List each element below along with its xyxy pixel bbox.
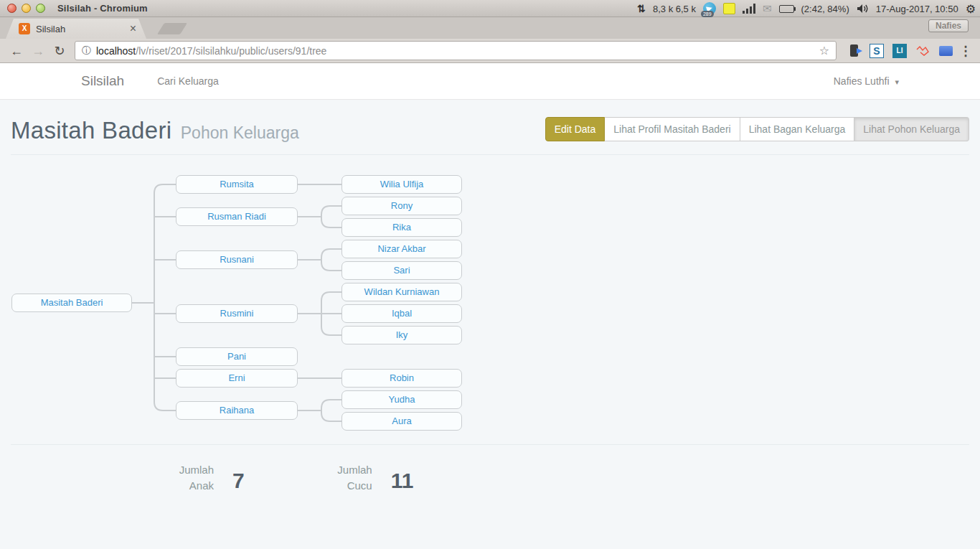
gear-icon[interactable]: ⚙ <box>966 2 976 16</box>
site-info-icon[interactable]: ⓘ <box>82 44 91 57</box>
lihat-bagan-button[interactable]: Lihat Bagan Keluarga <box>740 117 855 141</box>
lihat-profil-button[interactable]: Lihat Profil Masitah Baderi <box>605 117 740 141</box>
action-button-group: Edit Data Lihat Profil Masitah Baderi Li… <box>545 117 969 141</box>
username-tooltip: Nafies <box>928 19 969 32</box>
tree-node-child[interactable]: Erni <box>176 369 298 388</box>
browser-tabstrip: X Silsilah × Nafies <box>0 17 980 39</box>
messenger-indicator-icon[interactable]: 289 <box>703 2 716 15</box>
new-tab-button[interactable] <box>157 23 187 34</box>
tree-node-grandchild[interactable]: Iqbal <box>341 304 462 323</box>
clock-text[interactable]: 17-Aug-2017, 10:50 <box>876 4 958 14</box>
page-content: Masitah Baderi Pohon Keluarga Edit Data … <box>0 100 980 537</box>
navbar-brand[interactable]: Silsilah <box>81 73 124 89</box>
extension-mobile-view-icon[interactable] <box>846 43 862 59</box>
stat-label: Jumlah Cucu <box>324 462 372 494</box>
window-minimize-button[interactable] <box>22 4 31 13</box>
stat-label: Jumlah Anak <box>165 462 214 494</box>
reload-button[interactable]: ↻ <box>50 42 69 60</box>
navbar-link-cari-keluarga[interactable]: Cari Keluarga <box>157 75 219 87</box>
tree-node-child[interactable]: Pani <box>176 347 298 366</box>
summary-stats: Jumlah Anak 7 Jumlah Cucu 11 <box>11 462 969 537</box>
tab-title: Silsilah <box>36 24 130 34</box>
tab-close-icon[interactable]: × <box>130 23 136 34</box>
extension-s-icon[interactable]: S <box>869 43 885 59</box>
tree-node-grandchild[interactable]: Robin <box>341 369 462 388</box>
user-dropdown[interactable]: Nafies Luthfi ▾ <box>834 75 899 87</box>
lihat-pohon-button[interactable]: Lihat Pohon Keluarga <box>854 117 969 141</box>
tree-node-child[interactable]: Rusman Riadi <box>176 207 298 226</box>
stat-value: 7 <box>232 469 245 494</box>
address-bar[interactable]: ⓘ localhost/lv/riset/2017/silsilahku/pub… <box>75 41 837 60</box>
system-tray: ⇅ 8,3 k 6,5 k 289 ✉ (2:42, 84%) 17-Aug-2… <box>637 0 976 17</box>
page-subtitle: Pohon Keluarga <box>181 123 299 142</box>
tree-node-grandchild[interactable]: Nizar Akbar <box>341 240 462 258</box>
tree-node-grandchild[interactable]: Wildan Kurniawan <box>341 283 462 301</box>
window-close-button[interactable] <box>7 4 17 13</box>
network-rate-text: 8,3 k 6,5 k <box>653 4 696 14</box>
network-updown-icon[interactable]: ⇅ <box>637 3 646 14</box>
mail-indicator-icon[interactable]: ✉ <box>763 2 772 15</box>
tree-node-child[interactable]: Raihana <box>176 401 298 420</box>
tree-node-grandchild[interactable]: Aura <box>341 412 462 431</box>
browser-toolbar: ← → ↻ ⓘ localhost/lv/riset/2017/silsilah… <box>0 39 980 63</box>
notes-indicator-icon[interactable] <box>723 3 735 14</box>
os-titlebar: Silsilah - Chromium ⇅ 8,3 k 6,5 k 289 ✉ … <box>0 0 980 17</box>
user-name: Nafies Luthfi <box>834 75 890 87</box>
stat-jumlah-cucu: Jumlah Cucu 11 <box>324 462 414 494</box>
edit-data-button[interactable]: Edit Data <box>545 117 606 141</box>
messenger-badge: 289 <box>701 11 714 17</box>
chevron-down-icon: ▾ <box>895 78 899 86</box>
tree-node-grandchild[interactable]: Wilia Ulfija <box>341 175 462 194</box>
summary-divider <box>11 444 969 445</box>
header-divider <box>11 154 969 155</box>
url-path: /lv/riset/2017/silsilahku/public/users/9… <box>136 45 326 57</box>
app-navbar: Silsilah Cari Keluarga Nafies Luthfi ▾ <box>0 63 980 100</box>
tree-node-grandchild[interactable]: Iky <box>341 326 462 344</box>
window-maximize-button[interactable] <box>36 4 45 13</box>
battery-nub <box>794 7 796 11</box>
battery-status-text: (2:42, 84%) <box>801 4 849 14</box>
tree-node-grandchild[interactable]: Rony <box>341 197 462 215</box>
extension-laravel-icon[interactable] <box>915 43 930 59</box>
browser-tab-silsilah[interactable]: X Silsilah × <box>6 19 146 39</box>
back-button[interactable]: ← <box>7 42 26 60</box>
extension-box-icon[interactable] <box>938 43 953 59</box>
browser-menu-icon[interactable]: ⋮ <box>958 43 973 59</box>
tree-node-grandchild[interactable]: Rika <box>341 218 462 237</box>
extension-li-icon[interactable]: LI <box>892 43 908 59</box>
window-controls <box>7 4 45 13</box>
tree-node-grandchild[interactable]: Sari <box>341 261 462 280</box>
volume-icon[interactable] <box>857 4 869 14</box>
xampp-favicon: X <box>19 23 30 34</box>
battery-icon[interactable] <box>779 5 794 13</box>
bookmark-star-icon[interactable]: ☆ <box>819 44 829 57</box>
window-title: Silsilah - Chromium <box>57 3 148 14</box>
tree-node-child[interactable]: Rusmini <box>176 304 298 323</box>
forward-button[interactable]: → <box>29 42 47 60</box>
stat-value: 11 <box>391 469 414 494</box>
tree-node-root[interactable]: Masitah Baderi <box>11 294 132 312</box>
arrow-icon <box>857 48 862 54</box>
stat-jumlah-anak: Jumlah Anak 7 <box>165 462 245 494</box>
tree-node-child[interactable]: Rumsita <box>176 175 298 194</box>
tree-node-grandchild[interactable]: Yudha <box>341 390 462 409</box>
tree-node-child[interactable]: Rusnani <box>176 250 298 269</box>
family-tree: Masitah Baderi Rumsita Rusman Riadi Rusn… <box>0 169 980 433</box>
page-title: Masitah Baderi <box>11 117 171 144</box>
url-host: localhost <box>96 45 136 57</box>
signal-strength-icon[interactable] <box>743 4 755 14</box>
tree-connectors <box>0 169 980 433</box>
